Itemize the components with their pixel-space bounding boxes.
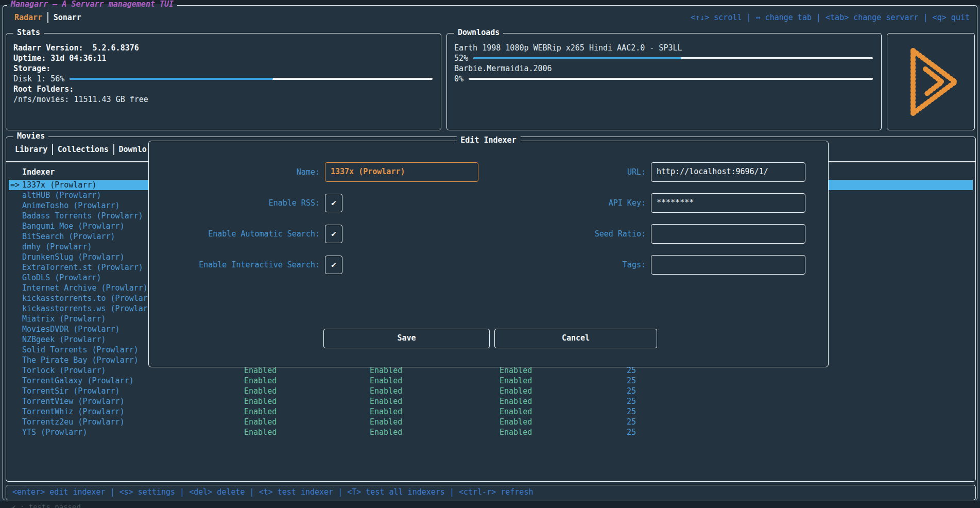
selection-marker — [10, 231, 23, 242]
rss-enabled-cell: Enabled — [244, 407, 277, 417]
movies-tab-bar: Library Collections Downlo — [10, 143, 151, 156]
selection-marker — [10, 293, 23, 303]
rss-enabled-cell: Enabled — [244, 417, 277, 427]
bottom-keybindings: <enter> edit indexer | <s> settings | <d… — [6, 485, 975, 497]
clipped-test-legend: ✔ : tests passed, — [11, 503, 85, 508]
selection-marker — [10, 355, 23, 365]
servarr-tab-bar: Radarr Sonarr — [9, 11, 87, 24]
tab-radarr[interactable]: Radarr — [9, 13, 47, 22]
selection-marker — [10, 417, 23, 427]
enable-rss-checkbox[interactable]: ✔ — [325, 194, 342, 212]
root-folder-path: /nfs/movies: — [13, 95, 69, 104]
version-label: Radarr Version: — [13, 43, 83, 53]
indexer-row[interactable]: YTS (Prowlarr) Enabled Enabled Enabled 2… — [9, 427, 973, 437]
selection-marker — [10, 365, 23, 376]
stats-panel-title: Stats — [13, 28, 44, 37]
root-folder-free: 11511.43 GB free — [74, 95, 148, 104]
root-folder-line: /nfs/movies:11511.43 GB free — [13, 94, 434, 105]
automatic-search-cell: Enabled — [370, 376, 402, 386]
indexer-row[interactable]: TorrentSir (Prowlarr) Enabled Enabled En… — [9, 386, 973, 396]
indexer-name: Miatrix (Prowlarr) — [22, 314, 106, 324]
disk-usage-bar — [70, 78, 433, 80]
indexer-name: altHUB (Prowlarr) — [22, 190, 101, 200]
indexer-name: kickasstorrents.ws (Prowlarr) — [22, 303, 157, 314]
priority-cell: 25 — [591, 417, 636, 427]
download-progress-bar — [469, 78, 873, 80]
priority-cell: 25 — [591, 386, 636, 396]
selection-marker — [10, 345, 23, 355]
selection-marker — [10, 283, 23, 293]
automatic-search-cell: Enabled — [370, 427, 402, 437]
enable-automatic-search-checkbox[interactable]: ✔ — [325, 225, 342, 243]
selection-marker — [10, 376, 23, 386]
rss-enabled-cell: Enabled — [244, 427, 277, 437]
selection-marker — [10, 407, 23, 417]
tab-sonarr[interactable]: Sonarr — [48, 13, 87, 22]
managarr-play-logo-icon — [892, 38, 970, 126]
automatic-search-cell: Enabled — [370, 386, 402, 396]
selection-marker — [10, 324, 23, 334]
url-input[interactable]: http://localhost:9696/1/ — [651, 162, 805, 182]
storage-label: Storage: — [13, 63, 434, 74]
priority-cell: 25 — [591, 427, 636, 437]
uptime-line: Uptime:31d 04:36:11 — [13, 53, 434, 63]
selection-marker — [10, 427, 23, 437]
indexer-name: GloDLS (Prowlarr) — [22, 273, 101, 283]
download-item: Earth 1998 1080p WEBRip x265 Hindi AAC2.… — [454, 43, 874, 63]
indexer-name: Torrentz2eu (Prowlarr) — [22, 417, 125, 427]
tab-downloads-truncated[interactable]: Downlo — [114, 145, 151, 154]
interactive-search-cell: Enabled — [500, 376, 532, 386]
indexer-name: NZBgeek (Prowlarr) — [22, 334, 106, 345]
indexer-name: Solid Torrents (Prowlarr) — [22, 345, 139, 355]
indexer-row[interactable]: TorrentGalaxy (Prowlarr) Enabled Enabled… — [9, 376, 973, 386]
disk-usage-line: Disk 1:56% — [13, 74, 434, 84]
indexer-name: MoviesDVDR (Prowlarr) — [22, 324, 120, 334]
indexer-name: YTS (Prowlarr) — [22, 427, 87, 437]
enable-rss-label: Enable RSS: — [149, 193, 320, 213]
automatic-search-cell: Enabled — [370, 417, 402, 427]
indexer-name: TorrentView (Prowlarr) — [22, 396, 125, 407]
downloads-panel-title: Downloads — [454, 28, 503, 37]
terminal-bottom-strip: ✔ : tests passed, — [0, 501, 980, 508]
indexer-name: Torlock (Prowlarr) — [22, 365, 106, 376]
rss-enabled-cell: Enabled — [244, 396, 277, 407]
selection-marker — [10, 386, 23, 396]
indexer-row[interactable]: Torrentz2eu (Prowlarr) Enabled Enabled E… — [9, 417, 973, 427]
indexer-name: Internet Archive (Prowlarr) — [22, 283, 148, 293]
rss-enabled-cell: Enabled — [244, 376, 277, 386]
indexer-row[interactable]: TorrentWhiz (Prowlarr) Enabled Enabled E… — [9, 407, 973, 417]
indexer-name: The Pirate Bay (Prowlarr) — [22, 355, 139, 365]
download-progress-bar — [473, 57, 873, 59]
tab-collections[interactable]: Collections — [53, 145, 113, 154]
selection-marker — [10, 396, 23, 407]
tab-library[interactable]: Library — [10, 145, 52, 154]
download-percent: 52% — [454, 53, 468, 63]
indexer-row[interactable]: TorrentView (Prowlarr) Enabled Enabled E… — [9, 396, 973, 407]
seed-ratio-input[interactable] — [651, 224, 805, 244]
selection-marker — [10, 303, 23, 314]
logo-panel — [887, 33, 975, 130]
selection-marker — [10, 262, 23, 273]
selection-marker — [10, 252, 23, 262]
enable-interactive-search-checkbox[interactable]: ✔ — [325, 256, 342, 274]
bottom-keybinding-bar: <enter> edit indexer | <s> settings | <d… — [6, 485, 976, 500]
enable-interactive-search-label: Enable Interactive Search: — [149, 255, 320, 275]
save-button[interactable]: Save — [323, 329, 490, 348]
priority-cell: 25 — [591, 376, 636, 386]
api-key-input[interactable]: ******** — [651, 193, 805, 213]
indexer-name: dmhy (Prowlarr) — [22, 242, 92, 252]
movies-panel-title: Movies — [13, 131, 48, 141]
tags-input[interactable] — [651, 255, 805, 275]
url-label: URL: — [478, 162, 646, 182]
interactive-search-cell: Enabled — [500, 407, 532, 417]
edit-indexer-modal: Edit Indexer Name: 1337x (Prowlarr) URL:… — [148, 141, 829, 367]
indexer-name: BitSearch (Prowlarr) — [22, 231, 115, 242]
api-key-label: API Key: — [478, 193, 646, 213]
indexer-name: Badass Torrents (Prowlarr) — [22, 211, 143, 221]
enable-automatic-search-label: Enable Automatic Search: — [149, 224, 320, 244]
name-input[interactable]: 1337x (Prowlarr) — [325, 162, 478, 182]
app-title: Managarr – A Servarr management TUI — [7, 0, 177, 9]
download-progress-line: 0% — [454, 74, 874, 84]
indexer-name: Bangumi Moe (Prowlarr) — [22, 221, 125, 231]
cancel-button[interactable]: Cancel — [494, 329, 657, 348]
